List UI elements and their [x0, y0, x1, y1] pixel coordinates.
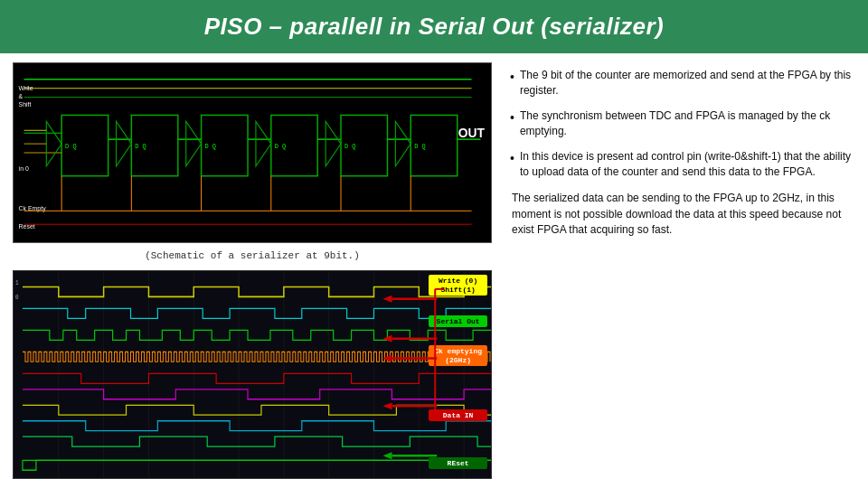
svg-text:1: 1	[15, 280, 19, 286]
svg-text:in 0: in 0	[19, 165, 29, 172]
left-panel: Write & Shift in 0 Ck Empty Reset D Q	[13, 62, 492, 479]
data-in-tag: Data IN	[429, 409, 487, 421]
svg-text:D  Q: D Q	[414, 143, 425, 150]
waveform-display: 1 0 Write (0)Shift(1) Serial Out Ck empt…	[13, 270, 492, 479]
extra-paragraph: The serialized data can be sending to th…	[510, 191, 852, 238]
svg-text:D  Q: D Q	[65, 143, 76, 150]
svg-text:D  Q: D Q	[135, 143, 146, 150]
slide: PISO – parallell in Serial Out (serializ…	[0, 0, 868, 488]
bullet-1: The 9 bit of the counter are memorized a…	[510, 68, 852, 99]
bullet-2: The synchronism between TDC and FPGA is …	[510, 108, 852, 140]
svg-text:Ck Empty: Ck Empty	[19, 205, 47, 212]
bullet-points: The 9 bit of the counter are memorized a…	[510, 68, 852, 189]
svg-text:&: &	[19, 93, 24, 99]
slide-header: PISO – parallell in Serial Out (serializ…	[0, 0, 868, 53]
right-panel: The 9 bit of the counter are memorized a…	[503, 62, 855, 479]
svg-text:OUT: OUT	[458, 126, 486, 140]
svg-text:D  Q: D Q	[275, 143, 286, 150]
serial-out-tag: Serial Out	[429, 315, 487, 327]
svg-rect-0	[15, 63, 490, 242]
svg-text:D  Q: D Q	[205, 143, 216, 150]
svg-text:D  Q: D Q	[344, 143, 355, 150]
write-shift-tag: Write (0)Shift(1)	[429, 275, 487, 296]
schematic-caption: (Schematic of a serializer at 9bit.)	[13, 249, 492, 265]
reset-tag: REset	[429, 457, 487, 469]
ck-empty-tag: Ck emptying(2GHz)	[429, 345, 487, 366]
schematic-diagram: Write & Shift in 0 Ck Empty Reset D Q	[13, 62, 492, 243]
svg-text:0: 0	[15, 294, 19, 300]
svg-text:Write: Write	[19, 85, 33, 91]
slide-title: PISO – parallell in Serial Out (serializ…	[27, 13, 841, 41]
svg-text:Shift: Shift	[19, 101, 32, 108]
main-content: Write & Shift in 0 Ck Empty Reset D Q	[0, 53, 868, 488]
bullet-3: In this device is present ad control pin…	[510, 149, 852, 181]
